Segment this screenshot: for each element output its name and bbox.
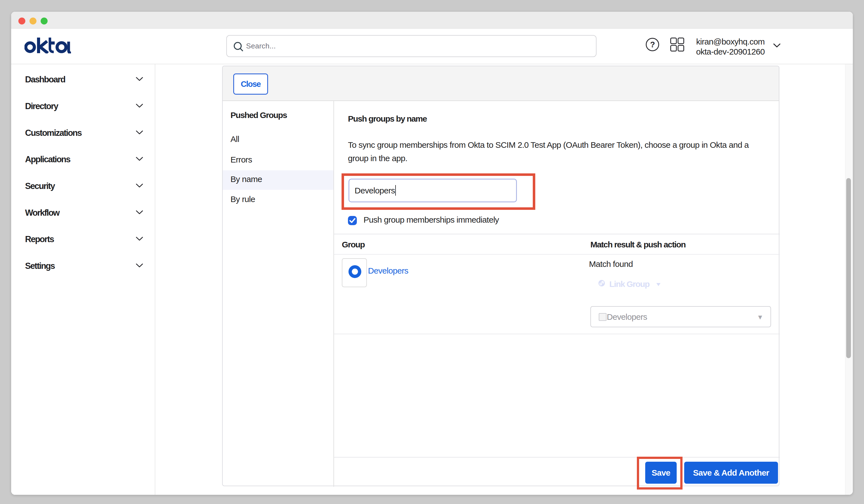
svg-text:?: ? [650, 40, 655, 49]
